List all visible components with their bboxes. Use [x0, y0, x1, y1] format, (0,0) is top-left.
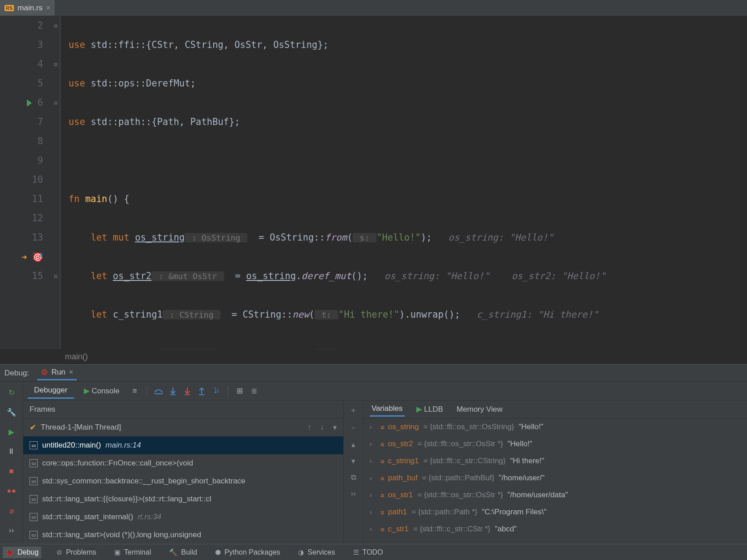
status-services[interactable]: ◑Services	[295, 547, 337, 558]
trace-icon[interactable]: ≣	[249, 386, 259, 396]
frame-text: std::rt::lang_start_internal()	[42, 513, 133, 521]
step-out-icon[interactable]	[196, 386, 207, 396]
expand-icon[interactable]: ›	[370, 423, 376, 431]
frames-list: ▭untitled20::main() main.rs:14▭core::ops…	[23, 436, 343, 544]
var-type: = {std::ffi::c_str::CString}	[423, 457, 505, 465]
thread-dropdown-icon[interactable]: ▾	[333, 423, 337, 432]
status-build[interactable]: 🔨Build	[166, 547, 200, 558]
breakpoint-current-icon[interactable]: ➜ 🎯	[22, 247, 43, 267]
line-11[interactable]: 11	[0, 190, 47, 209]
more-vars-icon[interactable]: ››	[351, 489, 356, 498]
rerun-icon[interactable]: ↻	[5, 386, 18, 399]
var-value: "abcd"	[495, 525, 517, 534]
status-debug[interactable]: 🐞Debug	[3, 547, 41, 558]
var-icon: ≡	[380, 423, 384, 431]
expand-icon[interactable]: ›	[370, 474, 376, 482]
remove-watch-icon[interactable]: －	[350, 422, 357, 433]
frame-row[interactable]: ▭std::rt::lang_start>(void (*)(),long lo…	[23, 526, 343, 544]
var-row[interactable]: ›≡c_str1 = {std::ffi::c_str::CStr *} "ab…	[363, 521, 747, 538]
tab-memory-view[interactable]: Memory View	[455, 403, 505, 416]
down-icon[interactable]: ▾	[351, 457, 355, 466]
line-6[interactable]: ⊟6	[0, 93, 47, 112]
prev-frame-icon[interactable]: ↑	[307, 423, 311, 432]
var-row[interactable]: ›≡os_str2 = {std::ffi::os_str::OsStr *} …	[363, 435, 747, 452]
expand-icon[interactable]: ›	[370, 440, 376, 448]
view-breakpoints-icon[interactable]: ●●	[5, 485, 18, 497]
thread-selector[interactable]: ✔ Thread-1-[Main Thread] ↑ ↓ ▾	[23, 418, 343, 436]
evaluate-icon[interactable]: ⊞	[234, 386, 245, 396]
var-row[interactable]: ›≡os_string = {std::ffi::os_str::OsStrin…	[363, 418, 747, 435]
expand-icon[interactable]: ›	[370, 508, 376, 516]
var-type: = {std::ffi::os_str::OsStr *}	[418, 439, 503, 448]
copy-icon[interactable]: ⧉	[351, 473, 356, 482]
threads-icon[interactable]: ≡	[130, 386, 140, 396]
frame-text: untitled20::main()	[42, 441, 101, 450]
frames-panel: Frames ✔ Thread-1-[Main Thread] ↑ ↓ ▾ ▭u…	[23, 401, 344, 544]
expand-icon[interactable]: ›	[370, 491, 376, 499]
frame-text: std::rt::lang_start::{{closure}}>(std::r…	[42, 495, 212, 504]
line-14[interactable]: ➜ 🎯14	[0, 247, 47, 267]
todo-icon: ☰	[353, 548, 359, 556]
var-icon: ≡	[380, 457, 384, 465]
line-3[interactable]: 3	[0, 35, 47, 55]
pause-icon[interactable]: ⏸	[5, 445, 18, 458]
breadcrumb[interactable]: main()	[0, 349, 747, 364]
resume-icon[interactable]: ▶	[5, 426, 18, 438]
expand-icon[interactable]: ›	[370, 526, 376, 533]
status-todo[interactable]: ☰TODO	[350, 547, 386, 558]
force-step-into-icon[interactable]	[182, 386, 193, 396]
status-terminal[interactable]: ▣Terminal	[112, 547, 154, 558]
var-row[interactable]: ›≡path1 = {std::path::Path *} "C:\Progra…	[363, 504, 747, 521]
tab-debugger[interactable]: Debugger	[28, 383, 74, 399]
var-row[interactable]: ›≡path_buf = {std::path::PathBuf} "/home…	[363, 470, 747, 487]
mute-breakpoints-icon[interactable]: ⌀	[5, 504, 18, 517]
file-tab-main-rs[interactable]: RS main.rs ×	[0, 0, 55, 16]
var-value: "/home/user/"	[499, 474, 544, 482]
run-config-tab[interactable]: ⚙ Run ×	[37, 366, 77, 380]
line-7[interactable]: 7	[0, 112, 47, 132]
step-over-icon[interactable]	[153, 386, 164, 396]
line-8[interactable]: 8	[0, 132, 47, 151]
expand-icon[interactable]: ›	[370, 457, 376, 465]
up-icon[interactable]: ▴	[351, 440, 355, 449]
debug-tool-window: Debug: ⚙ Run × ↻ 🔧 ▶ ⏸ ■ ●● ⌀ ››	[0, 364, 747, 544]
line-12[interactable]: 12	[0, 209, 47, 228]
frame-row[interactable]: ▭std::rt::lang_start_internal() rt.rs:34	[23, 508, 343, 526]
check-icon: ✔	[30, 422, 36, 432]
tab-console[interactable]: ▶ Console	[78, 383, 126, 398]
problems-icon: ⊘	[56, 548, 62, 556]
settings-icon[interactable]: 🔧	[5, 406, 18, 418]
frame-row[interactable]: ▭std::rt::lang_start::{{closure}}>(std::…	[23, 490, 343, 508]
status-bar: 🐞Debug ⊘Problems ▣Terminal 🔨Build ⬢Pytho…	[0, 544, 747, 560]
close-config-icon[interactable]: ×	[69, 368, 73, 376]
tab-variables[interactable]: Variables	[370, 402, 405, 417]
variables-panel: ＋ － ▴ ▾ ⧉ ›› Variables ▶ LLDB	[344, 401, 747, 544]
tab-lldb[interactable]: ▶ LLDB	[415, 402, 445, 416]
code-area[interactable]: use std::ffi::{CStr, CString, OsStr, OsS…	[60, 16, 747, 349]
add-watch-icon[interactable]: ＋	[350, 405, 357, 415]
status-problems[interactable]: ⊘Problems	[54, 547, 99, 558]
run-to-cursor-icon[interactable]: ⤵I	[211, 386, 221, 396]
more-icon[interactable]: ››	[5, 524, 18, 537]
var-name: os_string	[388, 422, 419, 431]
line-9[interactable]: 9	[0, 151, 47, 170]
var-name: path1	[388, 508, 407, 517]
next-frame-icon[interactable]: ↓	[320, 423, 324, 432]
line-13[interactable]: 13	[0, 228, 47, 247]
frame-row[interactable]: ▭untitled20::main() main.rs:14	[23, 436, 343, 454]
gutter: ⊟2 3 ⊟4 5 ⊟6 7 8 9 10 11 12 13 ➜ 🎯14 ⊟15	[0, 16, 60, 349]
line-4[interactable]: ⊟4	[0, 55, 47, 74]
line-15[interactable]: ⊟15	[0, 267, 47, 286]
close-tab-icon[interactable]: ×	[46, 4, 50, 12]
var-row[interactable]: ›≡c_string1 = {std::ffi::c_str::CString}…	[363, 452, 747, 470]
run-gutter-icon[interactable]	[27, 99, 32, 107]
line-5[interactable]: 5	[0, 74, 47, 93]
status-python[interactable]: ⬢Python Packages	[212, 547, 283, 558]
frame-row[interactable]: ▭core::ops::function::FnOnce::call_once>…	[23, 454, 343, 472]
var-row[interactable]: ›≡os_str1 = {std::ffi::os_str::OsStr *} …	[363, 487, 747, 504]
line-2[interactable]: ⊟2	[0, 16, 47, 35]
frame-row[interactable]: ▭std::sys_common::backtrace::__rust_begi…	[23, 472, 343, 490]
line-10[interactable]: 10	[0, 170, 47, 190]
step-into-icon[interactable]	[168, 386, 178, 396]
stop-icon[interactable]: ■	[5, 465, 18, 478]
